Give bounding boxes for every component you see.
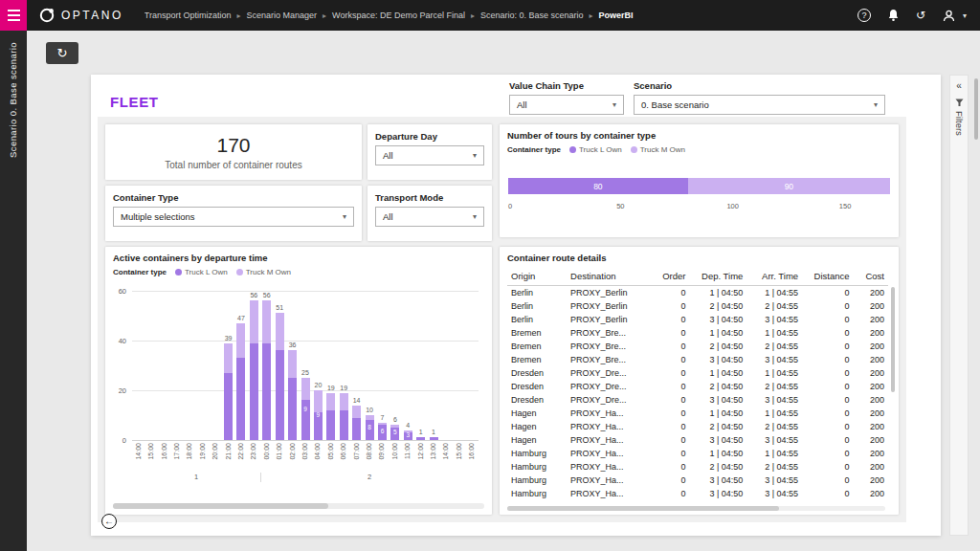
column-bar[interactable] [326,393,335,440]
scenario-sidebar[interactable]: Scenario 0. Base scenario [0,31,27,551]
table-row[interactable]: HamburgPROXY_Ha...01 | 04:501 | 04:55020… [507,447,888,460]
table-cell: PROXY_Ha... [567,474,655,487]
table-row[interactable]: HagenPROXY_Ha...02 | 04:502 | 04:550200 [507,420,888,433]
table-row[interactable]: BremenPROXY_Bre...03 | 04:503 | 04:55020… [507,353,888,366]
column-bar[interactable] [416,437,425,440]
bar-segment-truck-m-own[interactable] [288,350,297,378]
bar-segment-truck-m-own[interactable] [236,323,245,358]
notifications-bell-icon[interactable] [887,8,900,23]
hamburger-menu-icon[interactable] [0,0,27,31]
column-bar[interactable] [236,323,245,440]
column-header[interactable]: Dep. Time [689,268,746,286]
bar-segment-truck-m-own[interactable] [366,415,374,420]
table-row[interactable]: DresdenPROXY_Dre...02 | 04:502 | 04:5502… [507,380,888,393]
table-row[interactable]: BerlinPROXY_Berlin02 | 04:502 | 04:55020… [507,299,888,313]
table-vertical-scrollbar[interactable] [891,287,895,392]
optano-logo[interactable]: OPTANO [38,7,123,24]
bar-segment-truck-l-own[interactable] [326,410,335,440]
bar-segment-truck-m-own[interactable] [262,300,271,342]
column-bar[interactable] [430,437,438,440]
legend-item[interactable]: Truck L Own [175,268,228,276]
refresh-button[interactable]: ↻ [46,42,78,64]
bar-segment-truck-l-own[interactable] [288,378,297,440]
user-account-icon[interactable] [942,8,956,23]
bar-segment-truck-l-own[interactable] [430,437,438,440]
bar-segment-truck-l-own[interactable]: 80 [508,178,688,194]
back-button[interactable]: ← [101,514,117,529]
table-row[interactable]: BerlinPROXY_Berlin03 | 04:503 | 04:55020… [507,313,888,326]
user-chevron-down-icon[interactable]: ▾ [963,11,967,20]
legend-item[interactable]: Truck M Own [236,268,291,276]
bar-segment-truck-m-own[interactable] [326,393,335,410]
table-row[interactable]: HagenPROXY_Ha...01 | 04:501 | 04:550200 [507,407,888,420]
column-header[interactable]: Cost [854,268,888,286]
column-bar[interactable] [340,393,348,440]
bar-segment-truck-m-own[interactable] [340,393,348,410]
bar-segment-truck-m-own[interactable] [390,425,399,428]
container-type-dropdown[interactable]: Multiple selections ▾ [113,207,354,227]
column-header[interactable]: Distance [802,268,853,286]
scenario-dropdown[interactable]: 0. Base scenario ▾ [634,95,885,115]
table-row[interactable]: DresdenPROXY_Dre...03 | 04:503 | 04:5502… [507,393,888,407]
column-header[interactable]: Origin [507,268,567,286]
table-cell: 200 [854,366,888,380]
breadcrumb-item[interactable]: Workspace: DE Demo Parcel Final [332,11,465,20]
legend-item[interactable]: Truck M Own [631,145,685,154]
dropdown-value: Multiple selections [121,211,195,222]
bar-segment-truck-m-own[interactable] [224,343,233,373]
column-bar[interactable] [250,300,258,440]
bar-segment-truck-m-own[interactable]: 90 [688,178,890,194]
table-cell: 200 [854,299,888,313]
bar-segment-truck-l-own[interactable] [250,343,258,440]
column-bar[interactable] [224,343,233,440]
legend-item[interactable]: Truck L Own [569,145,622,154]
column-bar[interactable] [262,300,271,440]
page-scrollbar-thumb[interactable] [974,78,978,140]
table-row[interactable]: BremenPROXY_Bre...01 | 04:501 | 04:55020… [507,326,888,340]
table-row[interactable]: HamburgPROXY_Ha...03 | 04:503 | 04:55020… [507,474,888,487]
bar-segment-truck-l-own[interactable] [224,373,233,440]
history-icon[interactable]: ↺ [916,8,925,23]
bar-segment-truck-m-own[interactable] [352,406,361,418]
value-chain-type-dropdown[interactable]: All ▾ [509,95,624,115]
bar-segment-truck-l-own[interactable] [340,410,348,440]
scrollbar-thumb[interactable] [113,503,328,509]
bar-segment-truck-l-own[interactable] [352,418,361,440]
table-row[interactable]: BremenPROXY_Bre...02 | 04:502 | 04:55020… [507,340,888,353]
chart-horizontal-scrollbar[interactable] [113,503,484,509]
table-cell: PROXY_Dre... [567,393,655,407]
routes-table: OriginDestinationOrderDep. TimeArr. Time… [507,268,888,500]
column-header[interactable]: Arr. Time [746,268,802,286]
table-row[interactable]: HagenPROXY_Ha...03 | 04:503 | 04:550200 [507,433,888,447]
breadcrumb-item[interactable]: Scenario: 0. Base scenario [480,11,584,20]
scrollbar-thumb[interactable] [507,506,779,511]
filters-pane-collapsed[interactable]: « Filters [949,75,969,536]
expand-filters-icon[interactable]: « [956,80,962,91]
bar-segment-truck-m-own[interactable] [314,390,323,412]
bar-segment-truck-m-own[interactable] [250,300,258,342]
table-cell: PROXY_Berlin [567,286,655,300]
departure-day-dropdown[interactable]: All ▾ [375,145,484,165]
column-bar[interactable] [276,313,284,440]
column-header[interactable]: Destination [567,268,655,286]
table-row[interactable]: HamburgPROXY_Ha...03 | 04:503 | 04:55020… [507,487,888,500]
transport-mode-dropdown[interactable]: All ▾ [375,207,484,227]
help-icon[interactable]: ? [858,9,871,22]
table-row[interactable]: BerlinPROXY_Berlin01 | 04:501 | 04:55020… [507,286,888,300]
bar-segment-truck-l-own[interactable] [262,343,271,440]
column-bar[interactable] [288,350,297,440]
bar-segment-truck-m-own[interactable] [301,378,310,400]
bar-segment-truck-l-own[interactable] [276,350,284,440]
bar-segment-truck-m-own[interactable] [276,313,284,350]
bar-segment-truck-l-own[interactable] [236,358,245,440]
bar-segment-truck-m-own[interactable] [378,423,387,426]
breadcrumb-item[interactable]: Transport Optimization [145,11,232,20]
x-axis-day-label: 1 [194,473,198,481]
table-row[interactable]: DresdenPROXY_Dre...01 | 04:501 | 04:5502… [507,366,888,380]
bar-segment-truck-l-own[interactable] [416,437,425,440]
table-row[interactable]: HamburgPROXY_Ha...02 | 04:502 | 04:55020… [507,460,888,474]
breadcrumb-item[interactable]: Scenario Manager [247,11,318,20]
column-bar[interactable] [352,406,361,440]
table-horizontal-scrollbar[interactable] [507,506,885,511]
column-header[interactable]: Order [655,268,689,286]
